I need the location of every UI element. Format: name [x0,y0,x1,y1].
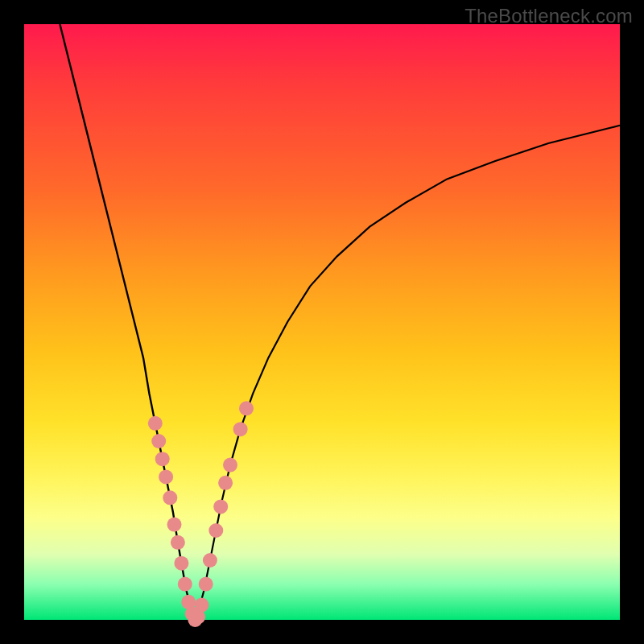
data-marker [171,535,185,550]
data-marker [239,401,254,415]
data-marker [218,476,233,490]
data-marker [199,577,213,592]
data-marker [195,598,209,613]
data-marker [163,490,177,505]
data-marker [148,416,163,431]
data-marker [233,422,248,436]
data-marker [213,499,228,514]
data-marker [203,553,217,568]
data-marker [174,556,188,571]
data-markers [148,401,254,627]
data-marker [155,452,170,466]
plot-area [24,24,620,620]
data-marker [167,518,182,532]
data-marker [208,523,223,538]
chart-svg [24,24,620,620]
data-marker [178,577,192,592]
curve-right [195,126,620,620]
data-marker [159,469,173,484]
data-marker [223,458,237,473]
data-marker [151,434,166,448]
watermark-text: TheBottleneck.com [464,5,633,27]
chart-frame: TheBottleneck.com [0,0,644,644]
